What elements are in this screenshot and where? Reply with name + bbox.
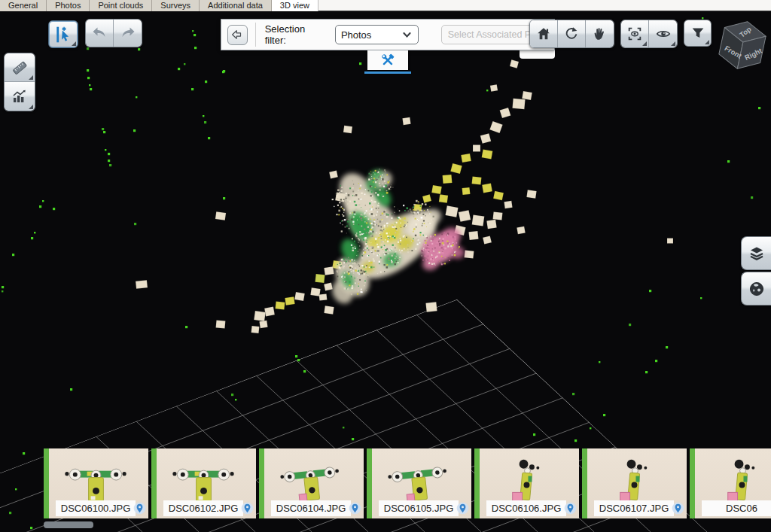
tab-photos[interactable]: Photos: [47, 0, 90, 11]
pan-button[interactable]: [586, 20, 614, 47]
location-pin-icon: [672, 502, 684, 515]
collapse-arrow-icon: [230, 28, 244, 41]
globe-button[interactable]: [741, 272, 771, 306]
thumbnail-status-bar: [259, 448, 264, 518]
pan-hand-icon: [592, 26, 608, 42]
thumbnail-filename: DSC06100.JPG: [56, 500, 136, 516]
globe-icon: [748, 280, 766, 298]
thumbnail-status-bar: [367, 448, 372, 518]
tab-additional-data[interactable]: Additional data: [200, 0, 272, 11]
location-pin-icon: [133, 502, 146, 515]
thumbnail-filename: DSC06107.JPG: [594, 500, 674, 516]
photo-thumbnail[interactable]: DSC06102.JPG: [151, 448, 256, 518]
selection-filter-label: Selection filter:: [265, 23, 328, 46]
photo-thumbnail[interactable]: DSC06105.JPG: [367, 448, 471, 518]
redo-icon: [119, 24, 137, 42]
location-pin-icon: [241, 502, 254, 515]
undo-icon: [90, 24, 108, 42]
tab-3d-view[interactable]: 3D view: [272, 0, 318, 11]
tools-tab-underline: [364, 71, 411, 74]
view-mode-button[interactable]: [649, 20, 677, 47]
selection-filter-panel: Selection filter: Photos Select Associat…: [221, 19, 555, 50]
thumbnail-filename: DSC06104.JPG: [271, 500, 351, 516]
selection-tool-button[interactable]: [48, 20, 78, 48]
thumbnail-status-bar: [582, 448, 587, 518]
location-pin-icon: [349, 502, 361, 515]
layers-button[interactable]: [741, 236, 771, 270]
tools-panel-tab[interactable]: [367, 50, 408, 70]
statistics-chart-icon: [11, 87, 29, 105]
zoom-selection-icon: [626, 26, 643, 42]
photo-thumbnail[interactable]: DSC06107.JPG: [582, 448, 687, 518]
view-eye-icon: [655, 26, 672, 42]
undo-button[interactable]: [86, 20, 114, 47]
filmstrip-scrollbar[interactable]: [44, 521, 93, 528]
photo-thumbnail[interactable]: DSC06: [690, 448, 771, 518]
tab-point-clouds[interactable]: Point clouds: [90, 0, 152, 11]
home-view-button[interactable]: [530, 20, 558, 47]
photo-thumbnail[interactable]: DSC06106.JPG: [474, 448, 579, 518]
thumbnail-status-bar: [474, 448, 480, 518]
selection-filter-dropdown[interactable]: Photos: [335, 25, 419, 44]
tab-surveys[interactable]: Surveys: [152, 0, 200, 11]
thumbnail-status-bar: [690, 448, 695, 518]
filter-funnel-icon: [690, 25, 706, 41]
app-root: GeneralPhotosPoint cloudsSurveysAddition…: [0, 0, 771, 532]
redo-button[interactable]: [114, 20, 142, 47]
location-pin-icon: [456, 502, 469, 515]
layers-icon: [748, 245, 766, 263]
view-cube[interactable]: Top Front Right: [714, 15, 771, 80]
dropdown-chevron-icon: [401, 30, 413, 40]
photo-thumbnail[interactable]: DSC06104.JPG: [259, 448, 364, 518]
thumbnail-filename: DSC06106.JPG: [486, 500, 566, 516]
selection-tool-icon: [53, 25, 73, 44]
home-icon: [535, 26, 552, 42]
location-pin-icon: [564, 502, 577, 515]
orbit-icon: [563, 26, 580, 42]
statistics-button[interactable]: [5, 82, 35, 111]
selection-filter-value: Photos: [341, 29, 401, 41]
tools-icon: [379, 52, 396, 68]
orbit-button[interactable]: [558, 20, 586, 47]
tab-general[interactable]: General: [0, 0, 47, 11]
photo-thumbnail[interactable]: DSC06100.JPG: [44, 448, 148, 518]
tab-bar: GeneralPhotosPoint cloudsSurveysAddition…: [0, 0, 771, 11]
panel-separator: [255, 23, 256, 47]
collapse-panel-button[interactable]: [227, 25, 248, 45]
measure-button[interactable]: [5, 53, 35, 82]
thumbnail-filename: DSC06105.JPG: [379, 500, 459, 516]
thumbnail-status-bar: [44, 448, 49, 518]
display-filter-button[interactable]: [684, 20, 712, 47]
thumbnail-filename: DSC06102.JPG: [163, 500, 243, 516]
thumbnail-status-bar: [151, 448, 157, 518]
zoom-on-selection-button[interactable]: [621, 20, 649, 47]
measure-ruler-icon: [11, 59, 29, 77]
thumbnail-filename: DSC06: [702, 500, 771, 516]
